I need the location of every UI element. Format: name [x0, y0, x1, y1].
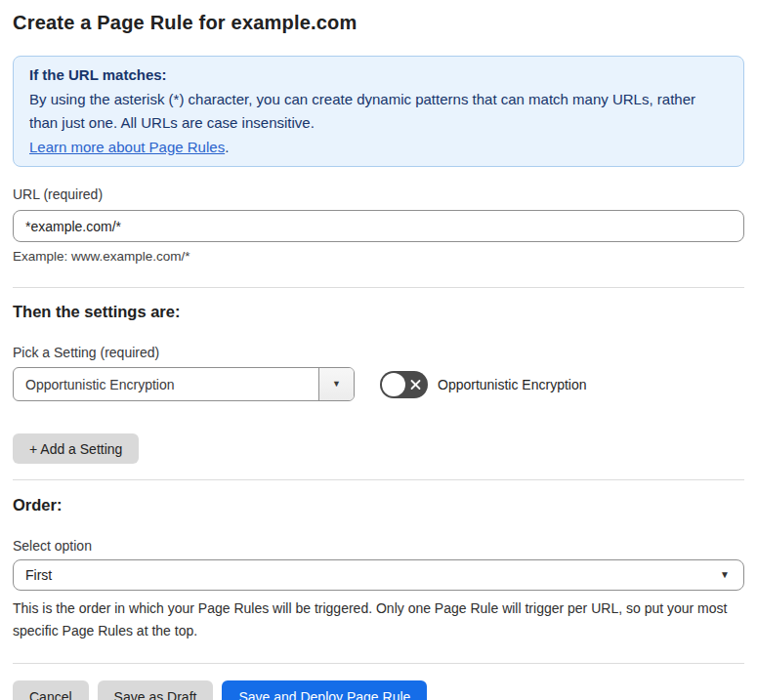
info-box-heading: If the URL matches:: [29, 63, 728, 88]
url-match-info-box: If the URL matches: By using the asteris…: [13, 56, 744, 167]
link-suffix: .: [225, 139, 229, 155]
divider: [13, 287, 744, 288]
save-and-deploy-button[interactable]: Save and Deploy Page Rule: [222, 680, 427, 700]
setting-dropdown[interactable]: Opportunistic Encryption ▼: [13, 367, 355, 401]
pick-setting-label: Pick a Setting (required): [13, 345, 744, 360]
toggle-setting-label: Opportunistic Encryption: [438, 377, 587, 392]
learn-more-link[interactable]: Learn more about Page Rules: [29, 139, 225, 155]
setting-dropdown-arrow-button[interactable]: ▼: [318, 368, 354, 400]
order-select[interactable]: First ▼: [13, 559, 744, 591]
order-section-heading: Order:: [13, 496, 744, 515]
divider: [13, 479, 744, 480]
order-select-value: First: [25, 567, 52, 583]
order-select-label: Select option: [13, 538, 744, 554]
url-input[interactable]: [13, 210, 744, 242]
page-rule-form: Create a Page Rule for example.com If th…: [0, 0, 757, 700]
select-caret-icon: ▼: [720, 570, 730, 580]
divider: [13, 663, 744, 664]
order-helper-text: This is the order in which your Page Rul…: [13, 597, 744, 642]
opportunistic-encryption-toggle[interactable]: [380, 371, 428, 398]
toggle-off-x-icon: [410, 379, 421, 390]
info-box-link-line: Learn more about Page Rules.: [29, 136, 728, 160]
settings-section-heading: Then the settings are:: [13, 303, 744, 321]
action-button-row: Cancel Save as Draft Save and Deploy Pag…: [13, 680, 744, 700]
toggle-knob: [382, 373, 405, 396]
add-setting-button[interactable]: + Add a Setting: [13, 433, 139, 464]
setting-dropdown-value: Opportunistic Encryption: [14, 368, 318, 400]
url-example-helper: Example: www.example.com/*: [13, 249, 744, 264]
cancel-button[interactable]: Cancel: [13, 680, 89, 700]
page-title: Create a Page Rule for example.com: [13, 0, 744, 34]
save-as-draft-button[interactable]: Save as Draft: [98, 680, 214, 700]
url-field-label: URL (required): [13, 186, 744, 202]
chevron-down-icon: ▼: [332, 380, 341, 389]
setting-row: Opportunistic Encryption ▼ Opportunistic…: [13, 367, 744, 401]
info-box-body: By using the asterisk (*) character, you…: [29, 88, 728, 136]
